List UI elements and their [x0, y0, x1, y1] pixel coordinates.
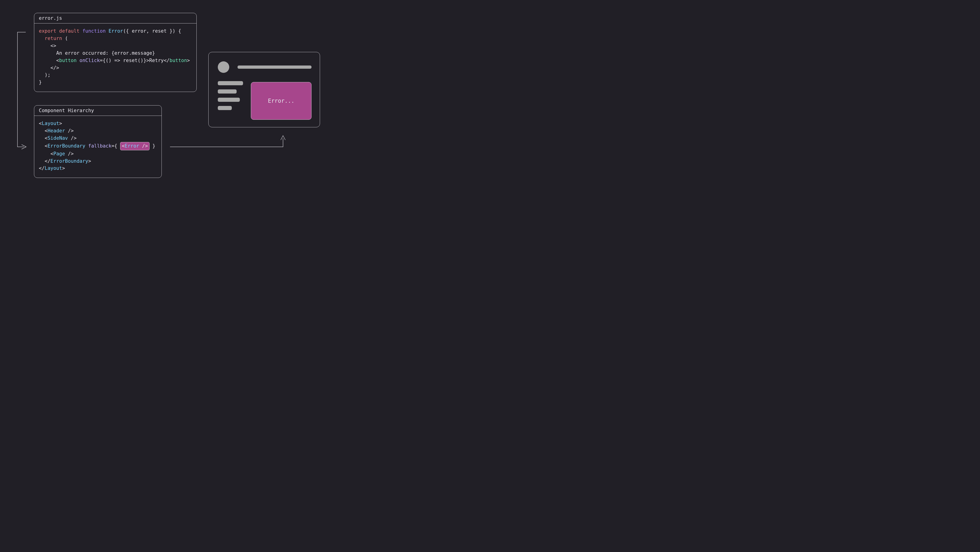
handler-text: ={() => reset()}>Retry</ [100, 58, 170, 63]
frag-open: <> [51, 43, 56, 48]
attr-fallback: fallback [88, 143, 111, 149]
avatar-placeholder [218, 61, 229, 73]
gt: > [62, 166, 65, 171]
browser-mock: Error... [208, 52, 320, 127]
brace-close: } [39, 80, 42, 85]
highlighted-error-tag: <Error /> [120, 142, 150, 150]
space [76, 58, 80, 63]
kw-export: export [39, 28, 56, 34]
tag-button-close: button [170, 58, 187, 63]
self-close: /> [65, 151, 74, 156]
kw-default: default [59, 28, 80, 34]
kw-function: function [83, 28, 106, 34]
tag-layout-open: Layout [42, 121, 59, 126]
eq-brace: ={ [111, 143, 120, 149]
code-panel: error.js export default function Error({… [34, 13, 197, 92]
sidenav-item-placeholder [218, 89, 237, 94]
gt: > [88, 158, 91, 164]
lt: < [51, 151, 54, 156]
tag-sidenav: SideNav [48, 136, 68, 141]
sidenav-item-placeholder [218, 98, 240, 102]
lt: < [122, 143, 125, 149]
code-panel-body: export default function Error({ error, r… [34, 24, 196, 92]
self-close: /> [65, 128, 74, 134]
tag-page: Page [53, 151, 65, 156]
header-bar-placeholder [237, 65, 312, 69]
close-brace: } [150, 143, 155, 149]
self-close: /> [139, 143, 148, 149]
fn-params: ({ error, reset }) { [123, 28, 181, 34]
ret-open: ( [62, 36, 68, 41]
tag-errorboundary-close: ErrorBoundary [51, 158, 88, 164]
tag-button-open: button [59, 58, 77, 63]
lt: < [45, 136, 48, 141]
attr-onclick: onClick [80, 58, 100, 63]
tag-errorboundary-open: ErrorBoundary [48, 143, 85, 149]
sidenav-item-placeholder [218, 106, 232, 110]
lt: < [56, 58, 59, 63]
lt: < [45, 128, 48, 134]
error-fallback-text: Error... [268, 98, 294, 104]
ret-close: ); [45, 72, 50, 78]
tag-error: Error [125, 143, 139, 149]
self-close: /> [68, 136, 76, 141]
tag-layout-close: Layout [45, 166, 62, 171]
gt: > [187, 58, 190, 63]
gt: > [59, 121, 62, 126]
hierarchy-panel-body: <Layout> <Header /> <SideNav /> <ErrorBo… [34, 116, 162, 178]
lt: < [45, 143, 48, 149]
error-text-line: An error occurred: {error.message} [56, 50, 155, 56]
hierarchy-panel: Component Hierarchy <Layout> <Header /> … [34, 105, 162, 178]
hierarchy-panel-title: Component Hierarchy [34, 105, 162, 116]
tag-header: Header [48, 128, 65, 134]
lt-slash: </ [45, 158, 50, 164]
code-panel-title: error.js [34, 13, 196, 24]
sidenav-item-placeholder [218, 81, 243, 85]
kw-return: return [45, 36, 62, 41]
error-fallback-box: Error... [251, 82, 312, 120]
lt: < [39, 121, 42, 126]
frag-close: </> [51, 65, 59, 70]
lt-slash: </ [39, 166, 45, 171]
fn-name: Error [109, 28, 123, 34]
